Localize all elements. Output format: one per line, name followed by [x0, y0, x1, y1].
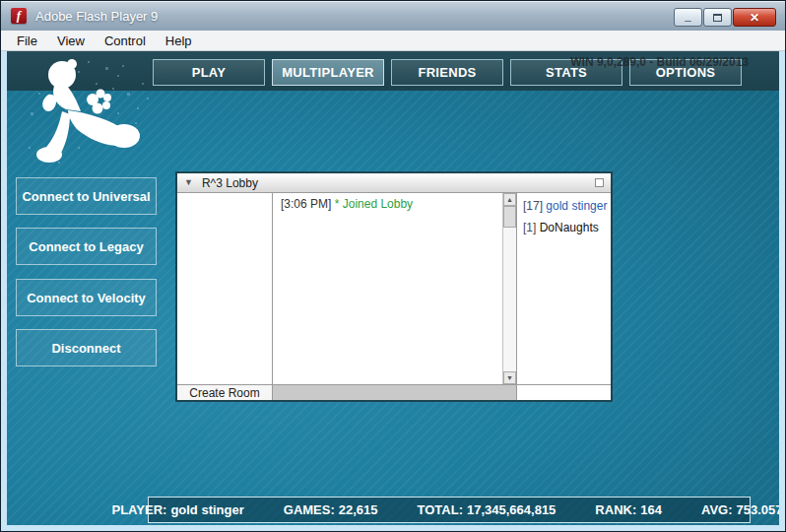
- avg-label: AVG:: [701, 502, 733, 517]
- rank-value: 164: [640, 502, 662, 517]
- menu-control[interactable]: Control: [95, 33, 156, 48]
- flash-player-window: f Adobe Flash Player 9 ─ ✕ File View Con…: [0, 0, 786, 532]
- nav-friends[interactable]: FRIENDS: [391, 59, 503, 86]
- chat-timestamp: [3:06 PM]: [281, 197, 331, 211]
- version-text: WIN 9,0,289,0 - Build 06/29/2013: [570, 55, 749, 69]
- create-room-button[interactable]: Create Room: [177, 385, 273, 400]
- games-label: GAMES:: [284, 502, 335, 517]
- menu-bar: File View Control Help: [1, 31, 785, 51]
- connect-legacy-button[interactable]: Connect to Legacy: [16, 228, 157, 265]
- close-button[interactable]: ✕: [733, 8, 776, 27]
- menu-help[interactable]: Help: [156, 33, 202, 48]
- total-value: 17,345,664,815: [467, 502, 556, 517]
- menu-view[interactable]: View: [47, 33, 95, 48]
- player-stat: PLAYER:gold stinger: [112, 502, 248, 517]
- aero-frame: WIN 9,0,289,0 - Build 06/29/2013 PLAY MU…: [1, 51, 785, 531]
- total-stat: TOTAL:17,345,664,815: [418, 502, 560, 517]
- scroll-down-icon[interactable]: ▼: [503, 371, 516, 384]
- lobby-popout-icon[interactable]: [595, 178, 604, 187]
- disconnect-button[interactable]: Disconnect: [16, 329, 157, 366]
- connect-universal-button[interactable]: Connect to Universal: [16, 177, 157, 215]
- user-name: gold stinger: [546, 199, 607, 213]
- games-value: 22,615: [339, 502, 378, 517]
- lobby-window: ▼ R^3 Lobby [3:06 PM] * Joined Lobby ▲: [175, 171, 613, 402]
- nav-play[interactable]: PLAY: [153, 59, 265, 86]
- player-value: gold stinger: [170, 502, 243, 517]
- flash-stage: WIN 9,0,289,0 - Build 06/29/2013 PLAY MU…: [7, 51, 779, 525]
- rank-label: RANK:: [595, 502, 636, 517]
- user-prefix: [17]: [523, 199, 543, 213]
- chat-scrollbar[interactable]: ▲ ▼: [502, 193, 517, 384]
- lobby-title: R^3 Lobby: [202, 176, 586, 190]
- mascot-logo: [19, 53, 166, 166]
- user-item[interactable]: [1] DoNaughts: [523, 221, 605, 234]
- user-item[interactable]: [17] gold stinger: [523, 199, 605, 213]
- lobby-bottom-bar: Create Room: [177, 384, 611, 400]
- status-bar: PLAYER:gold stinger GAMES:22,615 TOTAL:1…: [148, 497, 751, 523]
- games-stat: GAMES:22,615: [284, 502, 382, 517]
- connect-velocity-button[interactable]: Connect to Velocity: [16, 279, 157, 316]
- player-label: PLAYER:: [112, 502, 167, 517]
- chat-text: * Joined Lobby: [335, 197, 413, 211]
- chat-input[interactable]: [273, 385, 517, 400]
- avg-stat: AVG:753.057: [701, 502, 779, 517]
- maximize-button[interactable]: [703, 8, 732, 27]
- window-title: Adobe Flash Player 9: [35, 9, 158, 24]
- total-label: TOTAL:: [418, 502, 463, 517]
- minimize-button[interactable]: ─: [674, 8, 702, 27]
- scrollbar-thumb[interactable]: [503, 206, 516, 228]
- menu-file[interactable]: File: [7, 33, 47, 48]
- lobby-header[interactable]: ▼ R^3 Lobby: [177, 173, 611, 193]
- nav-multiplayer[interactable]: MULTIPLAYER: [272, 59, 384, 86]
- rank-stat: RANK:164: [595, 502, 666, 517]
- chat-message: [3:06 PM] * Joined Lobby: [281, 197, 494, 211]
- user-prefix: [1]: [523, 221, 536, 234]
- collapse-triangle-icon[interactable]: ▼: [184, 178, 193, 187]
- user-name: DoNaughts: [540, 221, 599, 234]
- window-controls: ─ ✕: [674, 8, 776, 27]
- lobby-body: [3:06 PM] * Joined Lobby ▲ ▼ [17] gold s…: [177, 193, 611, 384]
- maximize-icon: [713, 14, 722, 22]
- chat-area: [3:06 PM] * Joined Lobby: [273, 193, 502, 384]
- room-list[interactable]: [177, 193, 273, 384]
- avg-value: 753.057: [737, 502, 780, 517]
- user-list-footer: [517, 385, 611, 400]
- user-list: [17] gold stinger [1] DoNaughts: [517, 193, 611, 384]
- titlebar[interactable]: f Adobe Flash Player 9 ─ ✕: [1, 1, 785, 31]
- flash-icon: f: [11, 8, 27, 24]
- scroll-up-icon[interactable]: ▲: [503, 193, 516, 206]
